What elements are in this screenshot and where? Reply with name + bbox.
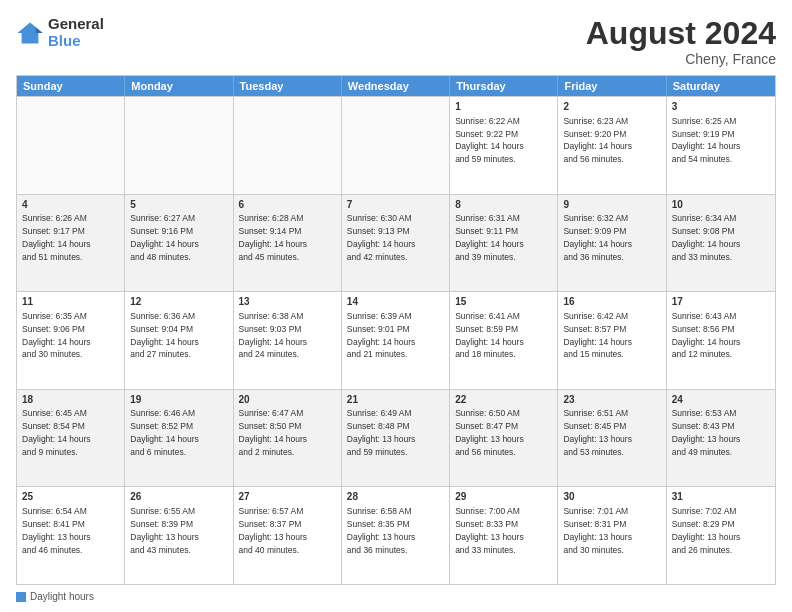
cal-cell-empty-3 xyxy=(342,97,450,194)
cell-info: Sunrise: 6:30 AM Sunset: 9:13 PM Dayligh… xyxy=(347,213,416,262)
calendar-body: 1Sunrise: 6:22 AM Sunset: 9:22 PM Daylig… xyxy=(17,96,775,584)
cell-info: Sunrise: 6:58 AM Sunset: 8:35 PM Dayligh… xyxy=(347,506,416,555)
day-number: 15 xyxy=(455,295,552,309)
cal-cell-17: 17Sunrise: 6:43 AM Sunset: 8:56 PM Dayli… xyxy=(667,292,775,389)
header-day-tuesday: Tuesday xyxy=(234,76,342,96)
cell-info: Sunrise: 7:02 AM Sunset: 8:29 PM Dayligh… xyxy=(672,506,741,555)
day-number: 27 xyxy=(239,490,336,504)
cal-cell-27: 27Sunrise: 6:57 AM Sunset: 8:37 PM Dayli… xyxy=(234,487,342,584)
footer-dot xyxy=(16,592,26,602)
cal-cell-7: 7Sunrise: 6:30 AM Sunset: 9:13 PM Daylig… xyxy=(342,195,450,292)
location: Cheny, France xyxy=(586,51,776,67)
day-number: 31 xyxy=(672,490,770,504)
cal-cell-23: 23Sunrise: 6:51 AM Sunset: 8:45 PM Dayli… xyxy=(558,390,666,487)
cal-cell-8: 8Sunrise: 6:31 AM Sunset: 9:11 PM Daylig… xyxy=(450,195,558,292)
day-number: 13 xyxy=(239,295,336,309)
calendar-row-5: 25Sunrise: 6:54 AM Sunset: 8:41 PM Dayli… xyxy=(17,486,775,584)
cal-cell-30: 30Sunrise: 7:01 AM Sunset: 8:31 PM Dayli… xyxy=(558,487,666,584)
cal-cell-1: 1Sunrise: 6:22 AM Sunset: 9:22 PM Daylig… xyxy=(450,97,558,194)
cal-cell-20: 20Sunrise: 6:47 AM Sunset: 8:50 PM Dayli… xyxy=(234,390,342,487)
cal-cell-15: 15Sunrise: 6:41 AM Sunset: 8:59 PM Dayli… xyxy=(450,292,558,389)
cell-info: Sunrise: 6:39 AM Sunset: 9:01 PM Dayligh… xyxy=(347,311,416,360)
cal-cell-22: 22Sunrise: 6:50 AM Sunset: 8:47 PM Dayli… xyxy=(450,390,558,487)
day-number: 12 xyxy=(130,295,227,309)
page: General Blue August 2024 Cheny, France S… xyxy=(0,0,792,612)
header-day-wednesday: Wednesday xyxy=(342,76,450,96)
cal-cell-empty-2 xyxy=(234,97,342,194)
cell-info: Sunrise: 6:31 AM Sunset: 9:11 PM Dayligh… xyxy=(455,213,524,262)
cell-info: Sunrise: 6:36 AM Sunset: 9:04 PM Dayligh… xyxy=(130,311,199,360)
day-number: 22 xyxy=(455,393,552,407)
cell-info: Sunrise: 6:34 AM Sunset: 9:08 PM Dayligh… xyxy=(672,213,741,262)
cal-cell-18: 18Sunrise: 6:45 AM Sunset: 8:54 PM Dayli… xyxy=(17,390,125,487)
day-number: 11 xyxy=(22,295,119,309)
cal-cell-19: 19Sunrise: 6:46 AM Sunset: 8:52 PM Dayli… xyxy=(125,390,233,487)
day-number: 5 xyxy=(130,198,227,212)
day-number: 3 xyxy=(672,100,770,114)
day-number: 20 xyxy=(239,393,336,407)
day-number: 1 xyxy=(455,100,552,114)
cell-info: Sunrise: 6:32 AM Sunset: 9:09 PM Dayligh… xyxy=(563,213,632,262)
cell-info: Sunrise: 6:25 AM Sunset: 9:19 PM Dayligh… xyxy=(672,116,741,165)
cell-info: Sunrise: 6:41 AM Sunset: 8:59 PM Dayligh… xyxy=(455,311,524,360)
day-number: 4 xyxy=(22,198,119,212)
title-block: August 2024 Cheny, France xyxy=(586,16,776,67)
cell-info: Sunrise: 6:35 AM Sunset: 9:06 PM Dayligh… xyxy=(22,311,91,360)
header-day-thursday: Thursday xyxy=(450,76,558,96)
day-number: 17 xyxy=(672,295,770,309)
cal-cell-empty-1 xyxy=(125,97,233,194)
cell-info: Sunrise: 6:55 AM Sunset: 8:39 PM Dayligh… xyxy=(130,506,199,555)
day-number: 21 xyxy=(347,393,444,407)
cal-cell-3: 3Sunrise: 6:25 AM Sunset: 9:19 PM Daylig… xyxy=(667,97,775,194)
logo: General Blue xyxy=(16,16,104,49)
cal-cell-13: 13Sunrise: 6:38 AM Sunset: 9:03 PM Dayli… xyxy=(234,292,342,389)
cal-cell-21: 21Sunrise: 6:49 AM Sunset: 8:48 PM Dayli… xyxy=(342,390,450,487)
day-number: 28 xyxy=(347,490,444,504)
day-number: 26 xyxy=(130,490,227,504)
day-number: 30 xyxy=(563,490,660,504)
day-number: 23 xyxy=(563,393,660,407)
day-number: 18 xyxy=(22,393,119,407)
cell-info: Sunrise: 6:53 AM Sunset: 8:43 PM Dayligh… xyxy=(672,408,741,457)
cell-info: Sunrise: 6:38 AM Sunset: 9:03 PM Dayligh… xyxy=(239,311,308,360)
footer-label: Daylight hours xyxy=(30,591,94,602)
month-year: August 2024 xyxy=(586,16,776,51)
day-number: 16 xyxy=(563,295,660,309)
cal-cell-11: 11Sunrise: 6:35 AM Sunset: 9:06 PM Dayli… xyxy=(17,292,125,389)
cell-info: Sunrise: 6:49 AM Sunset: 8:48 PM Dayligh… xyxy=(347,408,416,457)
cell-info: Sunrise: 6:47 AM Sunset: 8:50 PM Dayligh… xyxy=(239,408,308,457)
cal-cell-10: 10Sunrise: 6:34 AM Sunset: 9:08 PM Dayli… xyxy=(667,195,775,292)
calendar-row-2: 4Sunrise: 6:26 AM Sunset: 9:17 PM Daylig… xyxy=(17,194,775,292)
logo-blue-text: Blue xyxy=(48,33,104,50)
calendar: SundayMondayTuesdayWednesdayThursdayFrid… xyxy=(16,75,776,585)
day-number: 29 xyxy=(455,490,552,504)
cal-cell-14: 14Sunrise: 6:39 AM Sunset: 9:01 PM Dayli… xyxy=(342,292,450,389)
day-number: 24 xyxy=(672,393,770,407)
cal-cell-28: 28Sunrise: 6:58 AM Sunset: 8:35 PM Dayli… xyxy=(342,487,450,584)
cal-cell-4: 4Sunrise: 6:26 AM Sunset: 9:17 PM Daylig… xyxy=(17,195,125,292)
cal-cell-6: 6Sunrise: 6:28 AM Sunset: 9:14 PM Daylig… xyxy=(234,195,342,292)
cal-cell-12: 12Sunrise: 6:36 AM Sunset: 9:04 PM Dayli… xyxy=(125,292,233,389)
day-number: 19 xyxy=(130,393,227,407)
cal-cell-31: 31Sunrise: 7:02 AM Sunset: 8:29 PM Dayli… xyxy=(667,487,775,584)
logo-general-text: General xyxy=(48,16,104,33)
logo-text: General Blue xyxy=(48,16,104,49)
logo-icon xyxy=(16,19,44,47)
day-number: 7 xyxy=(347,198,444,212)
cell-info: Sunrise: 7:01 AM Sunset: 8:31 PM Dayligh… xyxy=(563,506,632,555)
header-day-sunday: Sunday xyxy=(17,76,125,96)
cell-info: Sunrise: 6:23 AM Sunset: 9:20 PM Dayligh… xyxy=(563,116,632,165)
calendar-row-4: 18Sunrise: 6:45 AM Sunset: 8:54 PM Dayli… xyxy=(17,389,775,487)
cell-info: Sunrise: 6:43 AM Sunset: 8:56 PM Dayligh… xyxy=(672,311,741,360)
day-number: 8 xyxy=(455,198,552,212)
cell-info: Sunrise: 7:00 AM Sunset: 8:33 PM Dayligh… xyxy=(455,506,524,555)
calendar-row-3: 11Sunrise: 6:35 AM Sunset: 9:06 PM Dayli… xyxy=(17,291,775,389)
cell-info: Sunrise: 6:22 AM Sunset: 9:22 PM Dayligh… xyxy=(455,116,524,165)
cell-info: Sunrise: 6:46 AM Sunset: 8:52 PM Dayligh… xyxy=(130,408,199,457)
cell-info: Sunrise: 6:45 AM Sunset: 8:54 PM Dayligh… xyxy=(22,408,91,457)
cal-cell-25: 25Sunrise: 6:54 AM Sunset: 8:41 PM Dayli… xyxy=(17,487,125,584)
cal-cell-26: 26Sunrise: 6:55 AM Sunset: 8:39 PM Dayli… xyxy=(125,487,233,584)
header-day-friday: Friday xyxy=(558,76,666,96)
day-number: 9 xyxy=(563,198,660,212)
cal-cell-9: 9Sunrise: 6:32 AM Sunset: 9:09 PM Daylig… xyxy=(558,195,666,292)
